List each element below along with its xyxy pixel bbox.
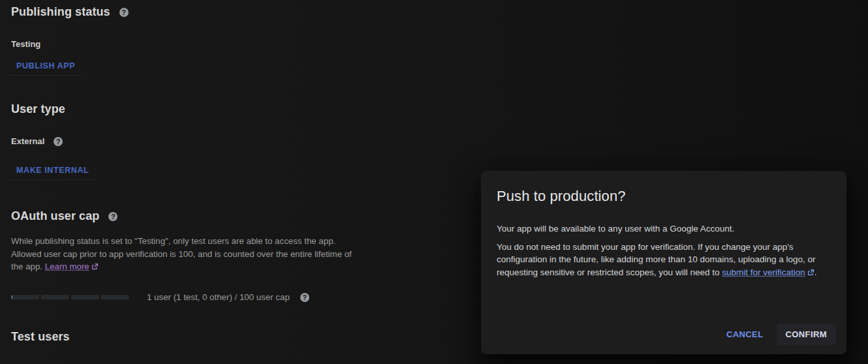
publish-app-button[interactable]: PUBLISH APP — [9, 57, 82, 76]
user-type-title: User type — [11, 102, 65, 116]
external-link-icon — [91, 263, 99, 270]
user-type-value: External ? — [11, 136, 63, 146]
publishing-status-title: Publishing status — [11, 5, 110, 19]
oauth-user-cap-description: While publishing status is set to "Testi… — [11, 235, 362, 273]
submit-for-verification-link[interactable]: submit for verification — [722, 267, 814, 277]
progress-segment — [41, 295, 69, 299]
verification-link-label: submit for verification — [722, 267, 805, 277]
test-users-heading: Test users — [11, 330, 70, 344]
learn-more-label: Learn more — [45, 262, 89, 271]
oauth-user-cap-heading: OAuth user cap ? — [11, 209, 117, 223]
make-internal-button[interactable]: MAKE INTERNAL — [9, 162, 96, 180]
confirm-button[interactable]: CONFIRM — [777, 324, 836, 345]
dialog-actions: CANCEL CONFIRM — [717, 324, 836, 345]
dialog-body: Your app will be available to any user w… — [497, 222, 832, 279]
user-type-heading: User type — [11, 102, 65, 116]
oauth-user-cap-title: OAuth user cap — [11, 209, 99, 223]
help-icon[interactable]: ? — [54, 137, 63, 146]
consent-screen-settings: Publishing status ? Testing PUBLISH APP … — [11, 0, 468, 364]
dialog-paragraph-1: Your app will be available to any user w… — [497, 222, 832, 235]
paragraph-2-suffix: . — [814, 267, 817, 277]
learn-more-link[interactable]: Learn more — [45, 262, 99, 271]
publishing-status-heading: Publishing status ? — [11, 5, 129, 19]
progress-fill — [11, 295, 12, 299]
progress-segment — [101, 295, 129, 299]
help-icon[interactable]: ? — [119, 8, 129, 17]
external-link-icon — [807, 269, 814, 276]
user-cap-usage-row: 1 user (1 test, 0 other) / 100 user cap … — [11, 292, 309, 302]
user-cap-progress-bar — [11, 295, 129, 299]
help-icon[interactable]: ? — [108, 212, 117, 221]
progress-segment — [11, 295, 39, 299]
dialog-title: Push to production? — [497, 188, 831, 205]
publishing-status-value: Testing — [11, 39, 40, 49]
cancel-button[interactable]: CANCEL — [717, 324, 773, 345]
status-label: Testing — [11, 39, 40, 49]
help-icon[interactable]: ? — [300, 293, 309, 302]
dialog-paragraph-2: You do not need to submit your app for v… — [497, 241, 832, 279]
user-cap-usage-text: 1 user (1 test, 0 other) / 100 user cap — [147, 292, 290, 302]
progress-segment — [71, 295, 99, 299]
user-type-label: External — [11, 136, 44, 146]
test-users-title: Test users — [11, 330, 70, 344]
push-to-production-dialog: Push to production? Your app will be ava… — [481, 171, 846, 354]
